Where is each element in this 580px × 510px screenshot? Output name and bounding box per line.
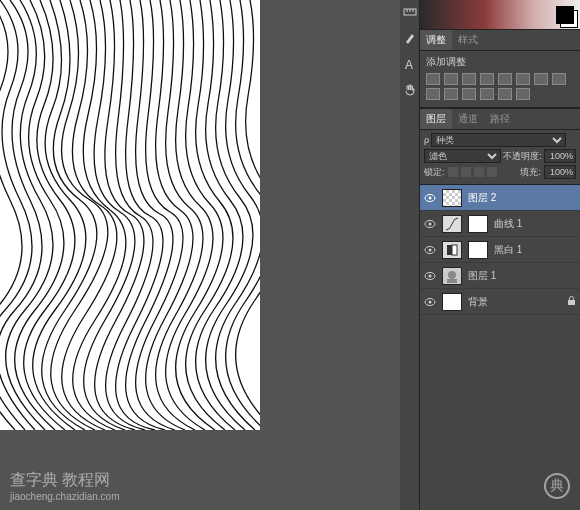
layer-controls: ρ 种类 滤色 不透明度: 锁定: 填充: bbox=[420, 130, 580, 185]
svg-point-17 bbox=[429, 274, 432, 277]
layer-mask-thumbnail[interactable] bbox=[468, 241, 488, 259]
svg-rect-22 bbox=[568, 300, 575, 305]
svg-point-9 bbox=[429, 196, 432, 199]
fill-input[interactable] bbox=[544, 165, 576, 179]
visibility-toggle-icon[interactable] bbox=[424, 192, 436, 204]
adj-curves-icon[interactable] bbox=[462, 73, 476, 85]
tab-paths[interactable]: 路径 bbox=[484, 109, 516, 129]
adj-brightness-icon[interactable] bbox=[426, 73, 440, 85]
tab-adjustments[interactable]: 调整 bbox=[420, 30, 452, 50]
layer-row[interactable]: 黑白 1 bbox=[420, 237, 580, 263]
opacity-label: 不透明度: bbox=[503, 150, 542, 163]
watermark: 查字典 教程网 jiaocheng.chazidian.com 典 bbox=[0, 462, 580, 510]
svg-point-18 bbox=[448, 271, 456, 279]
layer-thumbnail[interactable] bbox=[442, 189, 462, 207]
layer-name: 黑白 1 bbox=[494, 243, 522, 257]
document-canvas[interactable] bbox=[0, 0, 260, 430]
kind-label: ρ bbox=[424, 135, 429, 145]
svg-rect-15 bbox=[452, 245, 457, 255]
layer-name: 图层 1 bbox=[468, 269, 496, 283]
fill-label: 填充: bbox=[520, 166, 541, 179]
svg-rect-19 bbox=[447, 279, 457, 283]
svg-point-13 bbox=[429, 248, 432, 251]
text-tool-icon[interactable]: A bbox=[402, 56, 418, 72]
visibility-toggle-icon[interactable] bbox=[424, 218, 436, 230]
artwork-preview bbox=[0, 0, 260, 430]
layer-mask-thumbnail[interactable] bbox=[468, 215, 488, 233]
layer-name: 曲线 1 bbox=[494, 217, 522, 231]
watermark-logo-icon: 典 bbox=[544, 473, 570, 499]
layer-row[interactable]: 曲线 1 bbox=[420, 211, 580, 237]
svg-rect-1 bbox=[0, 0, 260, 430]
layers-panel-tabs: 图层 通道 路径 bbox=[420, 108, 580, 130]
visibility-toggle-icon[interactable] bbox=[424, 270, 436, 282]
adj-threshold-icon[interactable] bbox=[480, 88, 494, 100]
svg-point-11 bbox=[429, 222, 432, 225]
tool-dock: A bbox=[400, 0, 420, 510]
svg-point-21 bbox=[429, 300, 432, 303]
svg-text:A: A bbox=[405, 58, 413, 71]
adj-posterize-icon[interactable] bbox=[462, 88, 476, 100]
adj-hsl-icon[interactable] bbox=[516, 73, 530, 85]
tab-styles[interactable]: 样式 bbox=[452, 30, 484, 50]
adj-photofilter-icon[interactable] bbox=[552, 73, 566, 85]
ruler-tool-icon[interactable] bbox=[402, 4, 418, 20]
adj-lookup-icon[interactable] bbox=[444, 88, 458, 100]
lock-all-icon[interactable] bbox=[487, 167, 497, 177]
adjustment-bw-icon[interactable] bbox=[442, 241, 462, 259]
visibility-toggle-icon[interactable] bbox=[424, 244, 436, 256]
layer-row[interactable]: 背景 bbox=[420, 289, 580, 315]
adj-levels-icon[interactable] bbox=[444, 73, 458, 85]
layer-row[interactable]: 图层 1 bbox=[420, 263, 580, 289]
tab-channels[interactable]: 通道 bbox=[452, 109, 484, 129]
adj-gradientmap-icon[interactable] bbox=[498, 88, 512, 100]
adj-exposure-icon[interactable] bbox=[480, 73, 494, 85]
layer-thumbnail[interactable] bbox=[442, 267, 462, 285]
layer-thumbnail[interactable] bbox=[442, 293, 462, 311]
blend-mode-select[interactable]: 滤色 bbox=[424, 149, 501, 163]
svg-rect-14 bbox=[447, 245, 452, 255]
right-panel: 调整 样式 添加调整 图层 通道 路径 ρ 种类 bbox=[420, 0, 580, 510]
adjustments-title: 添加调整 bbox=[426, 55, 574, 69]
adj-channelmixer-icon[interactable] bbox=[426, 88, 440, 100]
adjustments-panel-tabs: 调整 样式 bbox=[420, 30, 580, 51]
watermark-brand: 查字典 教程网 bbox=[10, 471, 110, 488]
brush-tool-icon[interactable] bbox=[402, 30, 418, 46]
layer-list: 图层 2 曲线 1 黑白 1 图层 1 背景 bbox=[420, 185, 580, 315]
watermark-url: jiaocheng.chazidian.com bbox=[10, 491, 120, 502]
layer-kind-select[interactable]: 种类 bbox=[431, 133, 566, 147]
layer-row[interactable]: 图层 2 bbox=[420, 185, 580, 211]
adj-selective-icon[interactable] bbox=[516, 88, 530, 100]
lock-label: 锁定: bbox=[424, 166, 445, 179]
foreground-swatch[interactable] bbox=[556, 6, 574, 24]
adjustments-section: 添加调整 bbox=[420, 51, 580, 108]
lock-transparent-icon[interactable] bbox=[448, 167, 458, 177]
opacity-input[interactable] bbox=[544, 149, 576, 163]
lock-position-icon[interactable] bbox=[474, 167, 484, 177]
adj-vibrance-icon[interactable] bbox=[498, 73, 512, 85]
lock-icon bbox=[567, 296, 576, 308]
adjustment-curves-icon[interactable] bbox=[442, 215, 462, 233]
hand-tool-icon[interactable] bbox=[402, 82, 418, 98]
adj-bw-icon[interactable] bbox=[534, 73, 548, 85]
tab-layers[interactable]: 图层 bbox=[420, 109, 452, 129]
visibility-toggle-icon[interactable] bbox=[424, 296, 436, 308]
lock-pixels-icon[interactable] bbox=[461, 167, 471, 177]
layer-name: 背景 bbox=[468, 295, 488, 309]
color-picker-strip[interactable] bbox=[420, 0, 580, 30]
layer-name: 图层 2 bbox=[468, 191, 496, 205]
